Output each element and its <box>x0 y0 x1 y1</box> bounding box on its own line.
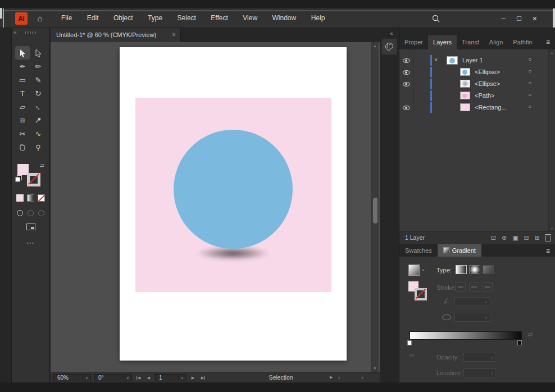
screen-mode-icon[interactable] <box>26 224 35 230</box>
none-mode-button[interactable] <box>38 194 45 202</box>
stroke-within-button[interactable] <box>456 282 466 291</box>
color-mode-button[interactable] <box>16 194 24 202</box>
scroll-down-icon[interactable]: ▾ <box>371 366 379 371</box>
tab-pathfinder[interactable]: Pathfin <box>508 35 537 49</box>
visibility-toggle[interactable] <box>399 54 414 66</box>
scroll-up-icon[interactable]: ▴ <box>549 51 555 54</box>
window-maximize-button[interactable]: □ <box>511 8 527 28</box>
curvature-tool[interactable]: ✏ <box>31 60 46 73</box>
make-mask-icon[interactable]: ▣ <box>512 235 518 241</box>
ellipse-object[interactable] <box>174 130 293 249</box>
panel-menu-icon[interactable]: ≡ <box>546 35 555 49</box>
layer-label[interactable]: <Ellipse> <box>475 80 500 87</box>
scrollbar-thumb[interactable] <box>373 198 377 224</box>
layer-row[interactable]: <Rectang... ○ <box>399 102 548 113</box>
edit-toolbar-icon[interactable]: ⋯ <box>12 238 49 247</box>
draw-inside-icon[interactable] <box>38 210 44 216</box>
visibility-toggle[interactable] <box>399 90 414 102</box>
gradient-slider[interactable] <box>410 331 522 340</box>
app-logo-icon[interactable]: Ai <box>15 12 28 25</box>
linear-gradient-button[interactable] <box>456 265 467 274</box>
previous-artboard-icon[interactable]: ◀ <box>144 374 153 381</box>
delete-selection-icon[interactable] <box>545 236 551 241</box>
menu-effect[interactable]: Effect <box>204 8 234 28</box>
color-panel-icon[interactable] <box>381 38 397 55</box>
layer-row[interactable]: ∨ Layer 1 ○ <box>399 54 548 66</box>
rotate-tool[interactable]: ↻ <box>31 86 46 100</box>
hand-tool[interactable] <box>15 140 30 154</box>
stroke-along-button[interactable] <box>469 282 479 291</box>
draw-behind-icon[interactable] <box>28 210 34 216</box>
layer-thumbnail[interactable] <box>447 56 458 65</box>
zoom-tool[interactable]: ⚲ <box>31 140 46 154</box>
vertical-scrollbar[interactable]: ▴ ▾ <box>371 42 379 372</box>
angle-dropdown[interactable]: ∨ <box>454 297 490 306</box>
expand-chevron-icon[interactable]: ∨ <box>434 57 438 62</box>
swap-fill-stroke-icon[interactable]: ⇄ <box>40 163 44 168</box>
locate-object-icon[interactable]: ⊕ <box>502 235 507 241</box>
artboard-number-dropdown[interactable]: 1 ∨ <box>155 374 186 381</box>
new-layer-icon[interactable]: ⊞ <box>535 235 540 241</box>
last-artboard-icon[interactable]: ▶ <box>198 374 207 381</box>
layer-thumbnail[interactable] <box>460 80 470 88</box>
tab-align[interactable]: Align <box>484 35 508 49</box>
window-minimize-button[interactable]: – <box>495 8 511 28</box>
pen-tool[interactable]: ✒ <box>15 60 30 73</box>
aspect-ratio-dropdown[interactable]: ∨ <box>454 313 490 322</box>
scale-tool[interactable]: ↔ <box>31 100 46 113</box>
document-tab[interactable]: Untitled-1* @ 60 % (CMYK/Preview) × <box>51 28 181 42</box>
dock-collapse-icon[interactable]: « <box>390 30 393 37</box>
selection-tool[interactable] <box>15 46 30 60</box>
target-circle-icon[interactable]: ○ <box>528 68 531 74</box>
layer-thumbnail[interactable] <box>460 103 470 111</box>
eraser-tool[interactable]: ▱ <box>15 100 30 113</box>
target-circle-icon[interactable]: ○ <box>528 80 531 86</box>
visibility-toggle[interactable] <box>399 66 414 78</box>
toolbar-collapse-icon[interactable]: « <box>13 29 17 35</box>
stroke-across-button[interactable] <box>483 282 493 291</box>
layers-scrollbar[interactable]: ▴ ▾ <box>548 49 555 231</box>
paintbrush-tool[interactable]: ✎ <box>31 73 46 86</box>
tab-gradient[interactable]: Gradient <box>438 244 481 257</box>
layer-row[interactable]: <Path> ○ <box>399 90 548 102</box>
scissors-tool[interactable]: ✂ <box>15 127 30 140</box>
tab-transform[interactable]: Transf <box>457 35 484 49</box>
search-icon[interactable] <box>431 14 440 25</box>
tab-swatches[interactable]: Swatches <box>399 244 438 257</box>
gradient-stop-right[interactable] <box>517 340 522 345</box>
chevron-down-icon[interactable]: ∨ <box>422 268 425 272</box>
document-tab-close-icon[interactable]: × <box>172 28 176 42</box>
workspace-switcher-icon[interactable] <box>1 8 2 19</box>
gradient-preview-swatch[interactable] <box>408 265 420 276</box>
layer-thumbnail[interactable] <box>460 68 470 76</box>
menu-window[interactable]: Window <box>266 8 303 28</box>
stroke-color-swatch[interactable] <box>27 173 40 186</box>
width-tool[interactable]: ∿ <box>31 127 46 140</box>
zoom-level-dropdown[interactable]: 60% ∨ <box>53 374 91 381</box>
layer-label[interactable]: <Path> <box>475 92 494 99</box>
default-fill-stroke-icon[interactable] <box>15 175 22 182</box>
shape-builder-tool[interactable]: ⧈ <box>15 113 30 127</box>
menu-object[interactable]: Object <box>107 8 139 28</box>
layer-row[interactable]: <Ellipse> ○ <box>399 66 548 78</box>
visibility-toggle[interactable] <box>399 78 414 90</box>
type-tool[interactable]: T <box>15 86 30 100</box>
next-artboard-icon[interactable]: ▶ <box>189 374 197 381</box>
scroll-left-icon[interactable]: ‹ <box>338 373 340 382</box>
window-close-button[interactable]: × <box>527 8 543 28</box>
layer-label[interactable]: <Ellipse> <box>475 69 500 75</box>
first-artboard-icon[interactable]: ◀ <box>135 374 143 381</box>
scroll-right-icon[interactable]: › <box>361 373 363 382</box>
target-circle-icon[interactable]: ○ <box>528 103 531 110</box>
rotation-dropdown[interactable]: 0° ∨ <box>94 374 132 381</box>
panel-menu-icon[interactable]: ≡ <box>546 244 555 257</box>
freeform-gradient-button[interactable] <box>483 265 494 274</box>
draw-normal-icon[interactable] <box>17 210 23 216</box>
layer-thumbnail[interactable] <box>460 92 470 99</box>
direct-selection-tool[interactable] <box>31 46 46 60</box>
menu-select[interactable]: Select <box>171 8 202 28</box>
gradient-mode-button[interactable] <box>27 194 34 202</box>
layer-label[interactable]: <Rectang... <box>475 104 507 111</box>
menu-edit[interactable]: Edit <box>81 8 105 28</box>
layer-row[interactable]: <Ellipse> ○ <box>399 78 548 90</box>
